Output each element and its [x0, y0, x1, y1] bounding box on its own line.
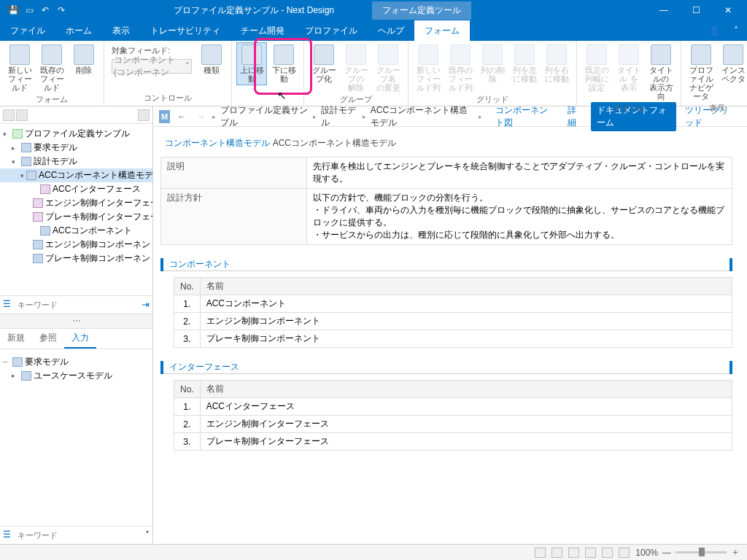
- tab-ref[interactable]: 参照: [32, 329, 64, 349]
- filter-icon[interactable]: ☰: [3, 529, 15, 541]
- group-button[interactable]: グループ化: [309, 42, 339, 85]
- dropdown-icon[interactable]: ˅: [145, 530, 150, 540]
- table-row[interactable]: 3.ブレーキ制御インターフェース: [174, 433, 732, 451]
- delete-button[interactable]: 削除: [69, 42, 99, 77]
- tool-icon[interactable]: [3, 109, 15, 121]
- tab-trace[interactable]: トレーサビリティ: [140, 20, 231, 41]
- tool-icon[interactable]: [138, 109, 150, 121]
- grid-move-left: 列を左に移動: [509, 42, 540, 85]
- nav-back[interactable]: ←: [174, 112, 189, 122]
- search-box[interactable]: ☰ ⇥: [0, 295, 152, 314]
- default-width-button: 既定の列幅に 設定: [581, 42, 612, 94]
- undo-icon[interactable]: ↶: [39, 4, 51, 16]
- prop-val[interactable]: 以下の方針で、機能ブロックの分割を行う。 ・ドライバ、車両からの入力を種別毎に機…: [307, 189, 732, 245]
- tree-node[interactable]: ACCインターフェース: [0, 182, 152, 196]
- grid-new-col: 新しい フィールド列: [413, 42, 444, 94]
- tree-node[interactable]: ▸要求モデル: [0, 141, 152, 155]
- component-table[interactable]: No.名前 1.ACCコンポーネント2.エンジン制御コンポーネント3.ブレーキ制…: [174, 277, 732, 348]
- document-content: コンポーネント構造モデル ACCコンポーネント構造モデル 説明先行車を検出してエ…: [153, 127, 747, 544]
- status-icon[interactable]: [602, 548, 613, 558]
- move-up-button[interactable]: 上に移動: [236, 42, 267, 85]
- tree-node[interactable]: ブレーキ制御コンポーネント: [0, 252, 152, 265]
- input-tree[interactable]: ─要求モデル▸ユースケースモデル: [0, 349, 152, 526]
- model-tree[interactable]: ▾プロファイル定義サンプル▸要求モデル▾設計モデル▾ACCコンポーネント構造モデ…: [0, 124, 152, 295]
- tree-node[interactable]: ▾設計モデル: [0, 155, 152, 168]
- close-button[interactable]: ✕: [712, 0, 744, 20]
- tree-node[interactable]: ACCコンポーネント: [0, 224, 152, 238]
- search-input-2[interactable]: [18, 531, 142, 540]
- view-component-diagram[interactable]: コンポーネント図: [491, 104, 559, 129]
- status-icon[interactable]: [551, 548, 562, 558]
- collapse-ribbon-icon[interactable]: ˄: [725, 20, 747, 41]
- window-title: プロファイル定義サンプル - Next Design: [71, 4, 350, 17]
- table-row[interactable]: 3.ブレーキ制御コンポーネント: [174, 330, 732, 348]
- zoom-in-icon[interactable]: ＋: [731, 546, 740, 559]
- save-icon[interactable]: 💾: [7, 4, 19, 16]
- filter-icon[interactable]: ☰: [3, 299, 15, 311]
- tab-profile[interactable]: プロファイル: [295, 20, 368, 41]
- prop-val[interactable]: 先行車を検出してエンジンとブレーキを統合制御することでアダプティブ・クルーズ・コ…: [307, 158, 732, 189]
- tab-new[interactable]: 新規: [0, 329, 32, 349]
- sidebar-toolbar: [0, 106, 152, 124]
- property-table: 説明先行車を検出してエンジンとブレーキを統合制御することでアダプティブ・クルーズ…: [160, 157, 732, 245]
- tab-help[interactable]: ヘルプ: [368, 20, 414, 41]
- existing-field-button[interactable]: 既存の フィールド: [36, 42, 67, 94]
- tree-node[interactable]: ▸ユースケースモデル: [0, 369, 152, 383]
- table-row[interactable]: 2.エンジン制御インターフェース: [174, 416, 732, 433]
- tab-home[interactable]: ホーム: [55, 20, 102, 41]
- profile-navigator-button[interactable]: プロファイル ナビゲータ: [686, 42, 716, 103]
- table-row[interactable]: 1.ACCインターフェース: [174, 398, 732, 416]
- tree-node[interactable]: ▾ACCコンポーネント構造モデル: [0, 168, 152, 182]
- tree-node[interactable]: ▾プロファイル定義サンプル: [0, 127, 152, 141]
- prop-key: 設計方針: [161, 189, 307, 245]
- prop-key: 説明: [161, 158, 307, 189]
- zoom-slider[interactable]: [676, 551, 727, 553]
- show-title-button: タイトル を表示: [614, 42, 644, 94]
- grid-existing-col: 既存の フィールド列: [445, 42, 476, 94]
- tree-node[interactable]: エンジン制御コンポーネント: [0, 238, 152, 252]
- tool-icon[interactable]: [16, 109, 28, 121]
- section-header: インターフェース: [160, 361, 732, 374]
- tab-view[interactable]: 表示: [102, 20, 140, 41]
- ungroup-button: グループの 解除: [341, 42, 371, 94]
- type-dropdown[interactable]: 種類: [196, 42, 227, 77]
- tree-node[interactable]: ─要求モデル: [0, 355, 152, 369]
- user-icon[interactable]: 👤: [703, 20, 725, 41]
- tab-input[interactable]: 入力: [64, 329, 96, 349]
- search-input[interactable]: [18, 300, 139, 309]
- minimize-button[interactable]: —: [648, 0, 680, 20]
- tab-file[interactable]: ファイル: [0, 20, 55, 41]
- crumb-item[interactable]: プロファイル定義サンプル: [220, 104, 309, 129]
- status-icon[interactable]: [535, 548, 546, 558]
- inspector-button[interactable]: インスペクタ: [718, 42, 747, 85]
- crumb-item[interactable]: 設計モデル: [321, 104, 358, 129]
- nav-fwd[interactable]: →: [193, 112, 208, 122]
- status-icon[interactable]: [585, 548, 596, 558]
- title-direction-button[interactable]: タイトルの 表示方向: [646, 42, 676, 103]
- maximize-button[interactable]: ☐: [680, 0, 712, 20]
- zoom-control[interactable]: 100% — ＋: [635, 546, 740, 559]
- tab-team[interactable]: チーム開発: [231, 20, 295, 41]
- move-down-button[interactable]: 下に移動: [268, 42, 299, 85]
- tree-node[interactable]: エンジン制御インターフェース: [0, 196, 152, 210]
- new-icon[interactable]: ▭: [23, 4, 35, 16]
- target-field-combo[interactable]: コンポーネント (コンポーネン˅: [112, 59, 192, 74]
- rename-group-button: グループ名 の変更: [373, 42, 403, 94]
- grid-move-right: 列を右に移動: [541, 42, 572, 85]
- context-tab[interactable]: フォーム定義ツール: [372, 1, 471, 20]
- status-icon[interactable]: [568, 548, 579, 558]
- status-icon[interactable]: [619, 548, 630, 558]
- table-row[interactable]: 2.エンジン制御コンポーネント: [174, 313, 732, 330]
- new-field-button[interactable]: 新しい フィールド: [4, 42, 35, 94]
- table-row[interactable]: 1.ACCコンポーネント: [174, 295, 732, 313]
- zoom-out-icon[interactable]: —: [662, 548, 671, 558]
- interface-table[interactable]: No.名前 1.ACCインターフェース2.エンジン制御インターフェース3.ブレー…: [174, 380, 732, 451]
- redo-icon[interactable]: ↷: [55, 4, 67, 16]
- panel-grip[interactable]: ⋯: [0, 314, 152, 328]
- grid-delete-col: 列の削除: [477, 42, 508, 85]
- search-action-icon[interactable]: ⇥: [142, 299, 150, 310]
- crumb-item[interactable]: ACCコンポーネント構造モデル: [371, 104, 475, 129]
- tab-form[interactable]: フォーム: [414, 20, 470, 41]
- tree-node[interactable]: ブレーキ制御インターフェース: [0, 210, 152, 224]
- doc-title: コンポーネント構造モデル ACCコンポーネント構造モデル: [160, 137, 732, 149]
